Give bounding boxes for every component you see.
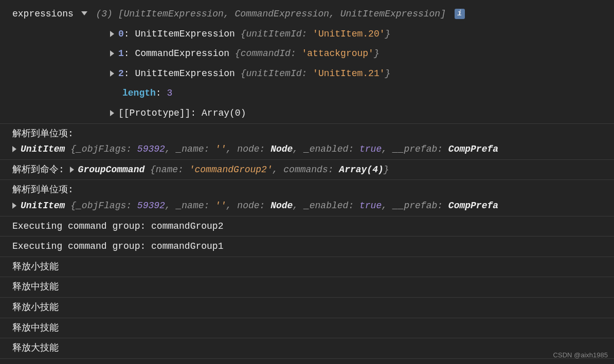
watermark: CSDN @aixh1985 [553,350,608,361]
array-index: 0 [118,29,124,39]
property-value: 'UnitItem.20' [313,29,385,39]
length-row[interactable]: length: 3 [0,83,614,103]
array-summary-types: [UnitItemExpression, CommandExpression, … [118,9,446,19]
property-value: 'attackgroup' [302,48,374,59]
object-type: UnitItem [21,201,70,211]
length-value: 3 [167,88,172,98]
expand-icon[interactable] [110,70,114,77]
array-item-row[interactable]: 2: UnitItemExpression {unitItemId: 'Unit… [0,64,614,84]
log-unit-item[interactable]: 解析到单位项: UnitItem {_objFlags: 59392, _nam… [0,124,614,160]
property-key: unitItemId: [246,68,313,79]
log-command[interactable]: 解析到命令: GroupCommand {name: 'commandGroup… [0,160,614,180]
log-message[interactable]: 释放中技能 [0,318,614,339]
expand-icon[interactable] [110,31,114,37]
length-key: length [122,88,156,98]
log-message[interactable]: Executing command group: commandGroup2 [0,216,614,237]
object-type: GroupCommand [78,165,150,175]
expand-icon[interactable] [12,146,16,152]
array-item-row[interactable]: 1: CommandExpression {commandId: 'attack… [0,44,614,64]
expand-icon[interactable] [110,50,114,57]
expand-icon[interactable] [110,110,114,116]
property-key: commandId: [241,48,302,59]
expand-icon[interactable] [70,167,74,173]
property-name: expressions [12,9,74,19]
object-type: UnitItemExpression [135,29,240,39]
array-count: (3) [96,9,112,19]
prototype-key: [[Prototype]] [118,108,190,118]
object-header-row[interactable]: expressions (3) [UnitItemExpression, Com… [0,4,614,24]
info-icon[interactable]: i [455,9,465,19]
prototype-value: Array(0) [202,108,246,118]
array-index: 2 [118,68,124,79]
log-message[interactable]: 释放中技能 [0,277,614,298]
log-label: 解析到单位项: [12,185,74,195]
log-label: 解析到单位项: [12,129,74,139]
expand-collapse-icon[interactable] [81,11,87,15]
object-type: UnitItem [21,144,70,154]
property-value: 'UnitItem.21' [313,68,385,79]
object-type: UnitItemExpression [135,68,240,79]
array-item-row[interactable]: 0: UnitItemExpression {unitItemId: 'Unit… [0,24,614,44]
console-output: expressions (3) [UnitItemExpression, Com… [0,0,614,363]
log-message[interactable]: 释放小技能 [0,298,614,318]
object-type: CommandExpression [135,48,234,59]
expand-icon[interactable] [12,203,16,209]
log-label: 解析到命令: [12,165,70,175]
log-message[interactable]: Executing command group: commandGroup1 [0,236,614,257]
log-message[interactable]: 释放大技能 [0,338,614,359]
log-message[interactable]: 释放小技能 [0,257,614,278]
array-index: 1 [118,48,124,59]
prototype-row[interactable]: [[Prototype]]: Array(0) [0,103,614,124]
property-key: unitItemId: [246,29,313,39]
log-unit-item[interactable]: 解析到单位项: UnitItem {_objFlags: 59392, _nam… [0,180,614,216]
